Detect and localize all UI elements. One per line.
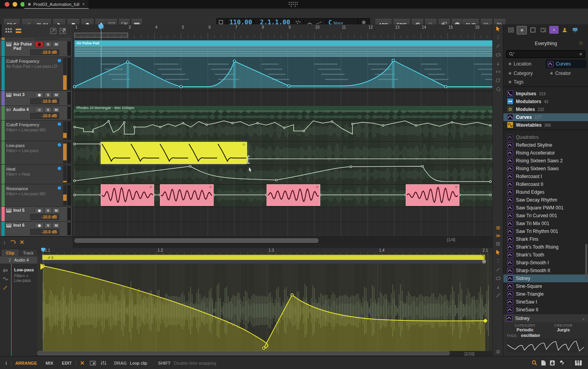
track-volume[interactable]: -10.0 dB	[30, 214, 59, 220]
curve-item[interactable]: SineSaw I	[503, 298, 588, 306]
filter-location[interactable]: ✳Location	[508, 61, 532, 67]
automation-lane-resonance[interactable]: ResonanceFilter+ » Low-pass MG	[0, 184, 72, 207]
track-volume[interactable]: -10.0 dB	[30, 49, 59, 55]
rhodes-clip-header[interactable]: Rhodes 23 Morningair - Wet 102bpm	[74, 106, 492, 110]
document-tab[interactable]: Prod03_Automation_full ×	[24, 0, 89, 9]
resize-lanes-icon[interactable]: ↕	[3, 239, 6, 245]
category-modulators[interactable]: Modulators43	[503, 98, 588, 105]
curve-item[interactable]: SineSaw II	[503, 306, 588, 314]
mode-edit[interactable]: EDIT	[62, 361, 72, 365]
arm-record-button[interactable]	[35, 92, 44, 98]
info-icon[interactable]: i	[5, 360, 7, 366]
editor-lane-name[interactable]: Low-pass	[14, 267, 34, 272]
pointer-tool[interactable]	[493, 24, 503, 33]
tab-clip[interactable]: Clip	[2, 249, 19, 256]
browser-device-screen-icon[interactable]	[570, 26, 580, 34]
curve-item[interactable]: Reflected Skyline	[503, 141, 588, 149]
browser-everything-icon[interactable]: ✳	[517, 26, 527, 35]
curve-item[interactable]: Shark's Tooth	[503, 251, 588, 259]
arm-record-button[interactable]	[35, 208, 44, 213]
category-impulses[interactable]: Impulses319	[503, 90, 588, 98]
editor-track-label[interactable]: 2 Audio 4	[0, 256, 37, 264]
browser-plugin-icon[interactable]	[528, 26, 537, 34]
editor-time-selection-tool[interactable]: ⌶	[493, 256, 503, 265]
display-profile-icon[interactable]	[90, 361, 96, 365]
curve-item[interactable]: Sharp-Smooth I	[503, 259, 588, 267]
category-modules[interactable]: Modules232	[503, 105, 588, 113]
resonance-clip[interactable]: ⟳	[101, 184, 154, 206]
curve-item[interactable]: Saw Square PWM 001	[503, 204, 588, 212]
detail-header[interactable]: Sidney ⌄	[503, 314, 588, 322]
track-volume[interactable]: -10.0 dB	[30, 113, 59, 119]
air-clip-header[interactable]: Air Pulse Pad	[74, 40, 492, 46]
automation-lane-low-pass[interactable]: Low-passFilter+ » Low-pass	[0, 141, 72, 165]
track-inst-6[interactable]: Inst 6SM-10.0 dB	[0, 222, 72, 236]
snap-grid-icon[interactable]: ⊞	[493, 224, 503, 232]
zoom-search-icon[interactable]	[532, 360, 537, 366]
editor-pen-tool[interactable]	[493, 265, 503, 274]
editor-knife-tool[interactable]	[493, 282, 503, 291]
filter-category[interactable]: ✳Category	[508, 71, 533, 76]
time-selection-tool[interactable]: ⌶	[493, 33, 503, 42]
category-curves[interactable]: Curves177	[503, 113, 588, 121]
draw-pencil-icon[interactable]	[3, 285, 7, 290]
curve-item[interactable]: Saw Tri Mix 001	[503, 220, 588, 227]
speaker-icon[interactable]	[550, 360, 555, 366]
editor-eraser-tool[interactable]	[493, 274, 503, 282]
curve-item[interactable]: Sine-Triangle	[503, 290, 588, 298]
automation-fader[interactable]	[63, 165, 67, 183]
track-air-pulse-pad[interactable]: Air Pulse PadSM-10.0 dB	[0, 40, 72, 57]
shrink-tracks-icon[interactable]	[60, 28, 66, 34]
mute-button[interactable]: M	[53, 92, 60, 98]
editor-canvas[interactable]: ↗ 2 1.11.21.31.42.1 [1/16]	[37, 248, 492, 356]
audition-tool[interactable]	[493, 85, 503, 93]
automation-lane-heat[interactable]: HeatFilter+ » Heat	[0, 165, 72, 184]
solo-button[interactable]: S	[44, 223, 52, 228]
favorite-star-icon[interactable]: ☆	[579, 40, 583, 46]
mixer-sliders-icon[interactable]	[101, 360, 106, 365]
automation-enable-dot[interactable]	[57, 186, 62, 190]
curve-item[interactable]: Rising Accellerator	[503, 149, 588, 157]
arranger-hscrollbar[interactable]	[74, 238, 318, 243]
editor-pointer-tool[interactable]	[493, 248, 503, 256]
category-wavetables[interactable]: Wavetables366	[503, 121, 588, 129]
automation-lane-cutoff-frequency[interactable]: Cutoff FrequencyFilter+ » Low-pass MG	[0, 120, 72, 141]
mode-arrange[interactable]: ARRANGE	[15, 361, 37, 365]
browser-files-icon[interactable]: ≡	[549, 26, 559, 34]
automation-fader[interactable]	[63, 185, 67, 205]
curve-item[interactable]: Rollercoast II	[503, 180, 588, 188]
curve-item[interactable]: Round Edges	[503, 188, 588, 196]
scroll-follow-icon[interactable]: ≫	[493, 231, 503, 240]
comping-tool[interactable]	[493, 76, 503, 85]
grid-view-icon[interactable]	[5, 28, 13, 34]
knife-tool[interactable]	[493, 59, 503, 67]
file-icon[interactable]	[541, 360, 546, 366]
browser-search[interactable]: ✕	[506, 50, 585, 58]
hand-icon[interactable]	[559, 360, 564, 366]
mute-button[interactable]: M	[53, 42, 60, 47]
browser-scrollbar[interactable]	[585, 244, 587, 279]
automation-enable-dot[interactable]	[57, 143, 62, 147]
track-inst-5[interactable]: Inst 5SM-10.0 dB	[0, 207, 72, 222]
arm-record-button[interactable]	[35, 107, 44, 113]
editor-hscrollbar[interactable]	[37, 351, 450, 355]
editor-curve-tool[interactable]	[493, 291, 503, 300]
mute-button[interactable]: M	[53, 107, 60, 113]
track-volume[interactable]: -10.0 dB	[30, 98, 59, 104]
track-audio-4[interactable]: Audio 4SM-10.0 dB	[0, 106, 72, 120]
automation-enable-dot[interactable]	[57, 166, 62, 171]
clear-automation-icon[interactable]	[20, 240, 24, 244]
automation-enable-dot[interactable]	[57, 122, 62, 126]
eraser-tool[interactable]	[493, 50, 503, 59]
mute-button[interactable]: M	[53, 208, 60, 213]
automation-fader[interactable]	[63, 142, 67, 164]
filter-creator[interactable]: ✳Creator	[550, 71, 571, 76]
curve-item[interactable]: Shark Fins	[503, 235, 588, 243]
arm-record-button[interactable]	[35, 42, 44, 47]
search-input[interactable]	[514, 51, 579, 57]
mode-mix[interactable]: MIX	[45, 361, 53, 365]
tab-track[interactable]: Track	[20, 249, 37, 256]
automation-fader[interactable]	[63, 121, 67, 140]
clear-search-icon[interactable]: ✕	[579, 52, 583, 57]
solo-button[interactable]: S	[44, 92, 52, 98]
